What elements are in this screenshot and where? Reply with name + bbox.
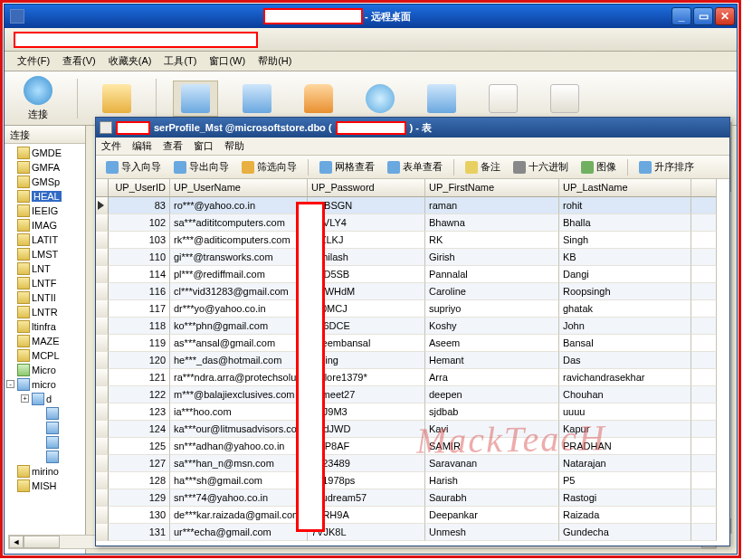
tree-node[interactable]: Micro <box>6 363 85 377</box>
expand-toggle[interactable]: + <box>21 394 29 403</box>
menu-help[interactable]: 帮助(H) <box>252 52 297 70</box>
cell[interactable]: Aseem <box>425 335 559 352</box>
tree-node[interactable] <box>6 421 85 435</box>
table-row[interactable]: 127sa***han_n@msn.com2423489SaravananNat… <box>96 455 729 472</box>
tree-node[interactable] <box>6 450 85 464</box>
table-row[interactable]: 123ia***hoo.comdTJ9M3sjdbabuuuu <box>96 403 729 421</box>
scroll-left-button[interactable]: ◄ <box>9 536 24 548</box>
cell[interactable]: 127 <box>109 455 170 472</box>
cell[interactable]: Caroline <box>425 283 559 300</box>
cell[interactable]: Roopsingh <box>559 283 691 300</box>
cell[interactable]: uuuu <box>559 403 691 421</box>
row-selector[interactable] <box>96 318 109 335</box>
cell[interactable]: 9rZLKJ <box>308 232 425 249</box>
cell[interactable]: ra***ndra.arra@protechsolu <box>170 369 308 386</box>
table-row[interactable]: 118ko***phn@gmail.comP46DCEKoshyJohn <box>96 318 729 335</box>
cell[interactable]: 103 <box>109 232 170 249</box>
cell[interactable]: 671978ps <box>308 472 425 489</box>
grid-view-button[interactable]: 网格查看 <box>315 158 379 176</box>
cell[interactable]: Koshy <box>425 318 559 335</box>
cell[interactable]: 130 <box>109 507 170 524</box>
row-selector[interactable] <box>96 369 109 386</box>
cell[interactable]: spring <box>308 352 425 369</box>
menu-bar[interactable]: 文件(F) 查看(V) 收藏夹(A) 工具(T) 窗口(W) 帮助(H) <box>5 52 737 71</box>
tree-node[interactable]: IEEIG <box>6 204 85 218</box>
table-row[interactable]: 114pl***@rediffmail.comCJD5SBPannalalDan… <box>96 266 729 283</box>
cell[interactable]: Girish <box>425 249 559 266</box>
cell[interactable]: Harish <box>425 472 559 489</box>
tree-node[interactable]: MISH <box>6 479 85 493</box>
cell[interactable]: 120 <box>109 352 170 369</box>
tree-node[interactable]: GMFA <box>6 160 85 175</box>
minimize-button[interactable]: _ <box>672 7 691 25</box>
cell[interactable]: de***kar.raizada@gmail.com <box>170 507 308 524</box>
cell[interactable]: pl***@rediffmail.com <box>170 266 308 283</box>
row-selector[interactable] <box>96 283 109 300</box>
row-selector[interactable] <box>96 438 109 455</box>
cell[interactable]: VyRH9A <box>308 507 425 524</box>
cell[interactable]: 128 <box>109 472 170 489</box>
cell[interactable]: rohit <box>559 197 691 214</box>
table-row[interactable]: 103rk***@aditicomputers.com9rZLKJRKSingh <box>96 232 729 249</box>
row-selector[interactable] <box>96 421 109 438</box>
cell[interactable]: PRADHAN <box>559 438 691 455</box>
cell[interactable]: 116 <box>109 283 170 300</box>
cell[interactable]: P5 <box>559 472 691 489</box>
cell[interactable]: Raizada <box>559 507 691 524</box>
cell[interactable]: deepen <box>425 386 559 403</box>
grid-header[interactable]: UP_UserID UP_UserName UP_Password UP_Fir… <box>96 179 729 197</box>
row-selector[interactable] <box>96 489 109 507</box>
table-row[interactable]: 122m***@balajiexclusives.comsumeet27deep… <box>96 386 729 403</box>
cell[interactable]: dTJ9M3 <box>308 403 425 421</box>
table-row[interactable]: 83ro***@yahoo.co.inJQBSGNramanrohit <box>96 197 729 214</box>
cell[interactable] <box>691 369 717 386</box>
cell[interactable] <box>691 214 717 232</box>
cell[interactable]: ur***echa@gmail.com <box>170 524 308 541</box>
import-wizard-button[interactable]: 导入向导 <box>101 158 166 176</box>
tree-node[interactable]: GMSp <box>6 175 85 189</box>
maximize-button[interactable]: ▭ <box>693 7 713 25</box>
cell[interactable]: 122 <box>109 386 170 403</box>
tree-node[interactable]: LNTF <box>6 276 85 290</box>
cell[interactable]: Hemant <box>425 352 559 369</box>
tree-node[interactable]: LNTII <box>6 290 85 305</box>
table-row[interactable]: 129sn***74@yahoo.co.inyoudream57SaurabhR… <box>96 489 729 507</box>
col-password[interactable]: UP_Password <box>308 179 425 197</box>
row-selector[interactable] <box>96 386 109 403</box>
cell[interactable] <box>691 266 717 283</box>
table-row[interactable]: 124ka***our@litmusadvisors.coyUdJWDKaviK… <box>96 421 729 438</box>
cell[interactable] <box>691 249 717 266</box>
row-selector[interactable] <box>96 352 109 369</box>
menu-window[interactable]: 窗口(W) <box>204 52 251 70</box>
table-row[interactable]: 116cl***vid31283@gmail.com4QWHdMCaroline… <box>96 283 729 300</box>
tree-node[interactable]: MCPL <box>6 348 85 363</box>
tree-node[interactable]: -micro <box>6 377 85 392</box>
menu-favorites[interactable]: 收藏夹(A) <box>103 52 157 70</box>
cell[interactable]: 7VJK8L <box>308 524 425 541</box>
tool-report[interactable] <box>481 81 526 116</box>
tree-node[interactable]: HEAL <box>6 189 85 204</box>
cell[interactable]: sjdbab <box>425 403 559 421</box>
cell[interactable]: Das <box>559 352 691 369</box>
cell[interactable]: he***_das@hotmail.com <box>170 352 308 369</box>
cell[interactable]: sumeet27 <box>308 386 425 403</box>
row-selector-header[interactable] <box>96 179 109 197</box>
cell[interactable]: 118 <box>109 318 170 335</box>
filter-wizard-button[interactable]: 筛选向导 <box>237 158 301 176</box>
row-selector[interactable] <box>96 300 109 318</box>
tree-node[interactable] <box>6 435 85 450</box>
tool-user[interactable] <box>94 81 139 116</box>
menu-view[interactable]: 查看(V) <box>57 52 101 70</box>
cell[interactable] <box>691 524 717 541</box>
cell[interactable]: ka***our@litmusadvisors.co <box>170 421 308 438</box>
row-selector[interactable] <box>96 507 109 524</box>
tool-schedule[interactable] <box>542 81 587 116</box>
table-row[interactable]: 110gi***@transworks.comabhilashGirishKB <box>96 249 729 266</box>
cell[interactable]: rk***@aditicomputers.com <box>170 232 308 249</box>
cell[interactable] <box>691 507 717 524</box>
row-selector[interactable] <box>96 455 109 472</box>
table-row[interactable]: 117dr***yo@yahoo.co.inDt0MCJsupriyoghata… <box>96 300 729 318</box>
cell[interactable]: ro***@yahoo.co.in <box>170 197 308 214</box>
cell[interactable]: sn***74@yahoo.co.in <box>170 489 308 507</box>
cell[interactable]: ko***phn@gmail.com <box>170 318 308 335</box>
